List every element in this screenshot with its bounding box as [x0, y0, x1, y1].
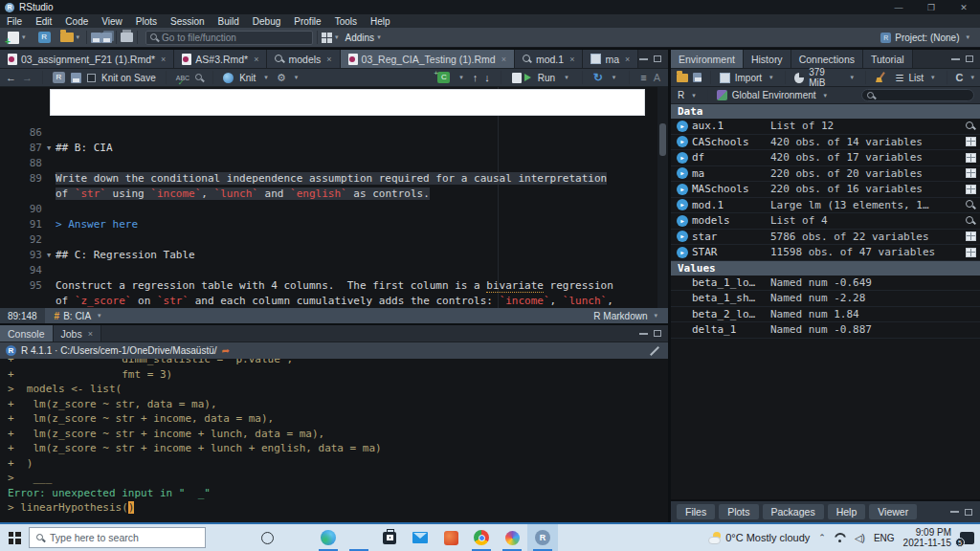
environment-value-row[interactable]: beta_2_lo…Named num 1.84: [671, 307, 980, 323]
tray-expand-icon[interactable]: ⌃: [818, 533, 826, 542]
source-tab[interactable]: mod.1×: [515, 50, 583, 68]
open-file-icon[interactable]: [60, 33, 74, 42]
refresh-icon[interactable]: C: [956, 72, 964, 83]
run-button[interactable]: Run: [538, 73, 555, 83]
environment-data-row[interactable]: ▶STAR11598 obs. of 47 variables: [671, 245, 980, 261]
environment-tab[interactable]: History: [744, 50, 791, 68]
source-tab[interactable]: 03_Reg_CIA_Testing (1).Rmd×: [341, 50, 515, 68]
memory-usage-label[interactable]: 379 MiB: [809, 67, 842, 88]
save-source-icon[interactable]: [71, 73, 81, 83]
restore-button[interactable]: ❐: [915, 0, 947, 14]
menu-item-help[interactable]: Help: [364, 16, 397, 27]
file-explorer-icon[interactable]: [344, 524, 374, 551]
close-tab-icon[interactable]: ×: [625, 55, 630, 64]
language-indicator[interactable]: ENG: [874, 533, 895, 543]
rerun-icon[interactable]: ↻: [593, 71, 603, 84]
environment-value-row[interactable]: beta_1_sh…Named num -2.28: [671, 291, 980, 307]
import-button[interactable]: Import: [735, 73, 762, 83]
pane-maximize-icon[interactable]: [654, 330, 661, 337]
close-tab-icon[interactable]: ×: [501, 55, 506, 64]
fold-arrow-icon[interactable]: ▼: [42, 248, 56, 263]
expand-object-icon[interactable]: ▶: [677, 136, 688, 147]
inspect-object-icon[interactable]: [961, 121, 980, 131]
environment-data-row[interactable]: ▶df420 obs. of 17 variables: [671, 150, 980, 166]
source-tab[interactable]: 03_assignment_F21 (1).Rmd*×: [0, 50, 174, 68]
environment-data-row[interactable]: ▶CASchools420 obs. of 14 variables: [671, 135, 980, 151]
fold-arrow-icon[interactable]: ▼: [42, 141, 56, 156]
save-icon[interactable]: [91, 33, 101, 43]
inspect-object-icon[interactable]: [961, 200, 980, 209]
wifi-icon[interactable]: [835, 533, 846, 542]
paint-icon[interactable]: [497, 524, 527, 551]
knit-on-save-checkbox[interactable]: [87, 74, 96, 82]
outline-icon[interactable]: ≡: [640, 72, 646, 83]
environment-search-input[interactable]: [861, 89, 974, 101]
new-project-icon[interactable]: [38, 32, 51, 43]
close-tab-icon[interactable]: ×: [254, 55, 258, 64]
popout-icon[interactable]: [53, 72, 65, 83]
menu-item-plots[interactable]: Plots: [129, 16, 164, 27]
print-icon[interactable]: [121, 33, 133, 42]
clock[interactable]: 9:09 PM 2021-11-15: [903, 527, 951, 548]
expand-object-icon[interactable]: ▶: [677, 184, 688, 195]
close-tab-icon[interactable]: ×: [569, 55, 574, 64]
goto-file-function-box[interactable]: Go to file/function: [145, 31, 313, 45]
back-icon[interactable]: ←: [6, 72, 16, 83]
expand-object-icon[interactable]: ▶: [677, 167, 688, 179]
expand-object-icon[interactable]: ▶: [677, 215, 688, 227]
menu-item-debug[interactable]: Debug: [246, 16, 287, 27]
open-dataframe-icon[interactable]: [961, 231, 980, 241]
menu-item-edit[interactable]: Edit: [29, 16, 58, 27]
pane-maximize-icon[interactable]: [965, 509, 972, 516]
file-type-selector[interactable]: R Markdown ▾: [593, 311, 668, 321]
menu-item-tools[interactable]: Tools: [328, 16, 364, 27]
project-selector[interactable]: Project: (None) ▾: [880, 33, 972, 43]
load-workspace-icon[interactable]: [677, 74, 688, 82]
pane-minimize-icon[interactable]: [951, 58, 960, 60]
environment-value-row[interactable]: beta_1_lo…Named num -0.649: [671, 276, 980, 292]
start-button[interactable]: [0, 532, 29, 544]
office-icon[interactable]: [435, 524, 466, 551]
knit-button[interactable]: Knit: [239, 73, 256, 83]
close-tab-icon[interactable]: ×: [161, 55, 166, 64]
close-tab-icon[interactable]: ×: [88, 329, 93, 339]
rstudio-icon[interactable]: R: [527, 524, 558, 551]
environment-tab[interactable]: Environment: [671, 50, 744, 68]
addins-grid-icon[interactable]: [322, 33, 332, 43]
insert-chunk-icon[interactable]: C: [437, 72, 450, 83]
store-icon[interactable]: [374, 524, 405, 551]
code-editor[interactable]: 8687▼## B: CIA8889Write down the conditi…: [0, 87, 668, 308]
addins-button[interactable]: Addins: [345, 33, 375, 43]
chrome-icon[interactable]: [466, 524, 497, 551]
expand-object-icon[interactable]: ▶: [677, 121, 688, 132]
taskbar-search-input[interactable]: Type here to search: [29, 527, 206, 548]
environment-data-row[interactable]: ▶modelsList of 4: [671, 213, 980, 230]
menu-item-file[interactable]: File: [0, 16, 29, 27]
gear-icon[interactable]: ⚙: [277, 72, 286, 84]
expand-object-icon[interactable]: ▶: [677, 199, 688, 210]
list-view-selector[interactable]: List: [909, 73, 924, 83]
files-bar-tab-files[interactable]: Files: [677, 504, 715, 519]
environment-data-row[interactable]: ▶MASchools220 obs. of 16 variables: [671, 182, 980, 198]
menu-item-code[interactable]: Code: [58, 16, 95, 27]
pane-minimize-icon[interactable]: [639, 333, 648, 335]
open-dataframe-icon[interactable]: [961, 248, 980, 257]
forward-icon[interactable]: →: [22, 72, 33, 83]
source-tab[interactable]: AS#3.Rmd*×: [174, 50, 267, 68]
files-bar-tab-packages[interactable]: Packages: [763, 504, 824, 519]
source-tab[interactable]: models×: [267, 50, 340, 68]
action-center-icon[interactable]: 5: [960, 532, 974, 544]
environment-data-row[interactable]: ▶star5786 obs. of 22 variables: [671, 230, 980, 246]
edge-icon[interactable]: [313, 524, 344, 551]
pane-minimize-icon[interactable]: [950, 511, 959, 513]
open-dataframe-icon[interactable]: [961, 153, 980, 163]
save-all-icon[interactable]: [101, 33, 112, 43]
console-output[interactable]: + dimm_statistic = "p.value",+ fmt = 3)>…: [0, 359, 668, 520]
minimize-button[interactable]: —: [882, 0, 915, 14]
source-a-icon[interactable]: A: [654, 72, 660, 83]
pane-maximize-icon[interactable]: [966, 55, 973, 62]
files-bar-tab-viewer[interactable]: Viewer: [869, 504, 917, 519]
menu-item-session[interactable]: Session: [164, 16, 212, 27]
close-tab-icon[interactable]: ×: [326, 55, 331, 64]
section-selector[interactable]: # B: CIA ▾: [45, 311, 104, 321]
